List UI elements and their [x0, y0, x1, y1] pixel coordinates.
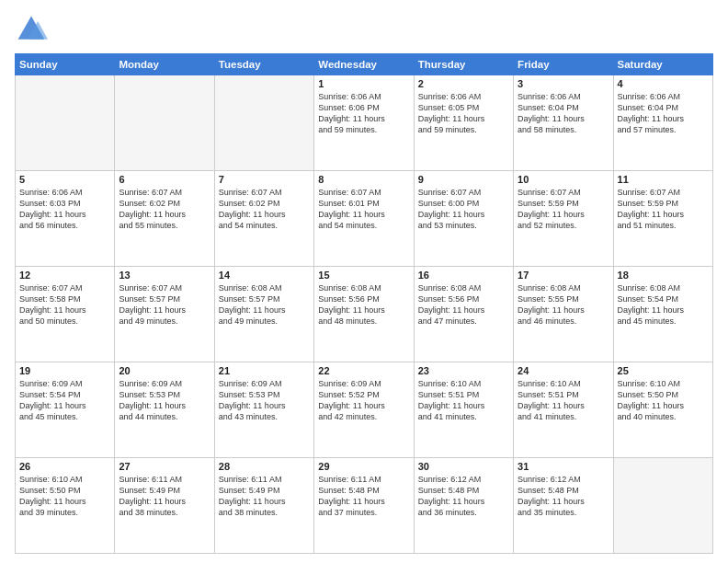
- cell-info: Sunrise: 6:10 AM Sunset: 5:50 PM Dayligh…: [19, 474, 110, 519]
- logo: [15, 13, 51, 46]
- calendar-cell: 9Sunrise: 6:07 AM Sunset: 6:00 PM Daylig…: [414, 171, 513, 267]
- calendar-cell: 4Sunrise: 6:06 AM Sunset: 6:04 PM Daylig…: [613, 75, 712, 171]
- day-number: 14: [219, 270, 310, 281]
- calendar-cell: 10Sunrise: 6:07 AM Sunset: 5:59 PM Dayli…: [514, 171, 613, 267]
- cell-info: Sunrise: 6:08 AM Sunset: 5:54 PM Dayligh…: [618, 282, 709, 327]
- cell-info: Sunrise: 6:07 AM Sunset: 6:01 PM Dayligh…: [318, 187, 409, 232]
- calendar-header-row: SundayMondayTuesdayWednesdayThursdayFrid…: [16, 54, 713, 75]
- cell-info: Sunrise: 6:10 AM Sunset: 5:50 PM Dayligh…: [618, 378, 709, 423]
- cell-info: Sunrise: 6:12 AM Sunset: 5:48 PM Dayligh…: [518, 474, 609, 519]
- weekday-header: Sunday: [16, 54, 115, 75]
- calendar-week-row: 19Sunrise: 6:09 AM Sunset: 5:54 PM Dayli…: [16, 362, 713, 458]
- calendar-week-row: 26Sunrise: 6:10 AM Sunset: 5:50 PM Dayli…: [16, 458, 713, 554]
- calendar-cell: 20Sunrise: 6:09 AM Sunset: 5:53 PM Dayli…: [115, 362, 214, 458]
- cell-info: Sunrise: 6:06 AM Sunset: 6:04 PM Dayligh…: [518, 91, 609, 136]
- day-number: 29: [318, 461, 409, 472]
- calendar-cell: 22Sunrise: 6:09 AM Sunset: 5:52 PM Dayli…: [314, 362, 414, 458]
- calendar-cell: 30Sunrise: 6:12 AM Sunset: 5:48 PM Dayli…: [414, 458, 513, 554]
- calendar-cell: 21Sunrise: 6:09 AM Sunset: 5:53 PM Dayli…: [214, 362, 313, 458]
- day-number: 24: [518, 365, 609, 376]
- calendar-cell: 13Sunrise: 6:07 AM Sunset: 5:57 PM Dayli…: [115, 267, 214, 362]
- day-number: 20: [119, 365, 210, 376]
- weekday-header: Wednesday: [314, 54, 414, 75]
- day-number: 30: [418, 461, 509, 472]
- calendar-week-row: 12Sunrise: 6:07 AM Sunset: 5:58 PM Dayli…: [16, 267, 713, 362]
- calendar-cell: 6Sunrise: 6:07 AM Sunset: 6:02 PM Daylig…: [115, 171, 214, 267]
- day-number: 10: [518, 174, 609, 185]
- day-number: 15: [318, 270, 409, 281]
- day-number: 22: [318, 365, 409, 376]
- weekday-header: Monday: [115, 54, 214, 75]
- day-number: 2: [418, 78, 509, 89]
- day-number: 13: [119, 270, 210, 281]
- day-number: 12: [19, 270, 110, 281]
- calendar-cell: 26Sunrise: 6:10 AM Sunset: 5:50 PM Dayli…: [16, 458, 115, 554]
- day-number: 28: [219, 461, 310, 472]
- cell-info: Sunrise: 6:07 AM Sunset: 5:58 PM Dayligh…: [19, 282, 110, 327]
- day-number: 7: [219, 174, 310, 185]
- calendar-cell: 31Sunrise: 6:12 AM Sunset: 5:48 PM Dayli…: [514, 458, 613, 554]
- day-number: 1: [318, 78, 409, 89]
- calendar-cell: [16, 75, 115, 171]
- cell-info: Sunrise: 6:07 AM Sunset: 5:57 PM Dayligh…: [119, 282, 210, 327]
- day-number: 26: [19, 461, 110, 472]
- calendar-cell: [214, 75, 313, 171]
- day-number: 23: [418, 365, 509, 376]
- weekday-header: Tuesday: [214, 54, 313, 75]
- day-number: 11: [618, 174, 709, 185]
- cell-info: Sunrise: 6:09 AM Sunset: 5:52 PM Dayligh…: [318, 378, 409, 423]
- cell-info: Sunrise: 6:10 AM Sunset: 5:51 PM Dayligh…: [418, 378, 509, 423]
- day-number: 3: [518, 78, 609, 89]
- cell-info: Sunrise: 6:08 AM Sunset: 5:56 PM Dayligh…: [418, 282, 509, 327]
- calendar-cell: 15Sunrise: 6:08 AM Sunset: 5:56 PM Dayli…: [314, 267, 414, 362]
- calendar-cell: 1Sunrise: 6:06 AM Sunset: 6:06 PM Daylig…: [314, 75, 414, 171]
- calendar-cell: 27Sunrise: 6:11 AM Sunset: 5:49 PM Dayli…: [115, 458, 214, 554]
- calendar-cell: 18Sunrise: 6:08 AM Sunset: 5:54 PM Dayli…: [613, 267, 712, 362]
- cell-info: Sunrise: 6:09 AM Sunset: 5:54 PM Dayligh…: [19, 378, 110, 423]
- day-number: 16: [418, 270, 509, 281]
- calendar-cell: 2Sunrise: 6:06 AM Sunset: 6:05 PM Daylig…: [414, 75, 513, 171]
- calendar-cell: 19Sunrise: 6:09 AM Sunset: 5:54 PM Dayli…: [16, 362, 115, 458]
- day-number: 19: [19, 365, 110, 376]
- page: SundayMondayTuesdayWednesdayThursdayFrid…: [0, 0, 728, 563]
- calendar-cell: 5Sunrise: 6:06 AM Sunset: 6:03 PM Daylig…: [16, 171, 115, 267]
- calendar-cell: 17Sunrise: 6:08 AM Sunset: 5:55 PM Dayli…: [514, 267, 613, 362]
- calendar-table: SundayMondayTuesdayWednesdayThursdayFrid…: [15, 53, 713, 554]
- calendar-cell: 28Sunrise: 6:11 AM Sunset: 5:49 PM Dayli…: [214, 458, 313, 554]
- calendar-cell: 7Sunrise: 6:07 AM Sunset: 6:02 PM Daylig…: [214, 171, 313, 267]
- calendar-week-row: 5Sunrise: 6:06 AM Sunset: 6:03 PM Daylig…: [16, 171, 713, 267]
- calendar-week-row: 1Sunrise: 6:06 AM Sunset: 6:06 PM Daylig…: [16, 75, 713, 171]
- cell-info: Sunrise: 6:06 AM Sunset: 6:04 PM Dayligh…: [618, 91, 709, 136]
- cell-info: Sunrise: 6:11 AM Sunset: 5:49 PM Dayligh…: [119, 474, 210, 519]
- calendar-cell: 16Sunrise: 6:08 AM Sunset: 5:56 PM Dayli…: [414, 267, 513, 362]
- calendar-cell: 8Sunrise: 6:07 AM Sunset: 6:01 PM Daylig…: [314, 171, 414, 267]
- cell-info: Sunrise: 6:07 AM Sunset: 5:59 PM Dayligh…: [618, 187, 709, 232]
- cell-info: Sunrise: 6:09 AM Sunset: 5:53 PM Dayligh…: [219, 378, 310, 423]
- cell-info: Sunrise: 6:08 AM Sunset: 5:56 PM Dayligh…: [318, 282, 409, 327]
- header: [15, 13, 713, 46]
- cell-info: Sunrise: 6:07 AM Sunset: 6:02 PM Dayligh…: [219, 187, 310, 232]
- calendar-cell: 23Sunrise: 6:10 AM Sunset: 5:51 PM Dayli…: [414, 362, 513, 458]
- cell-info: Sunrise: 6:07 AM Sunset: 5:59 PM Dayligh…: [518, 187, 609, 232]
- day-number: 5: [19, 174, 110, 185]
- cell-info: Sunrise: 6:06 AM Sunset: 6:03 PM Dayligh…: [19, 187, 110, 232]
- cell-info: Sunrise: 6:12 AM Sunset: 5:48 PM Dayligh…: [418, 474, 509, 519]
- cell-info: Sunrise: 6:11 AM Sunset: 5:48 PM Dayligh…: [318, 474, 409, 519]
- cell-info: Sunrise: 6:11 AM Sunset: 5:49 PM Dayligh…: [219, 474, 310, 519]
- weekday-header: Friday: [514, 54, 613, 75]
- cell-info: Sunrise: 6:06 AM Sunset: 6:05 PM Dayligh…: [418, 91, 509, 136]
- day-number: 18: [618, 270, 709, 281]
- cell-info: Sunrise: 6:08 AM Sunset: 5:57 PM Dayligh…: [219, 282, 310, 327]
- calendar-cell: 14Sunrise: 6:08 AM Sunset: 5:57 PM Dayli…: [214, 267, 313, 362]
- calendar-cell: [613, 458, 712, 554]
- calendar-cell: 24Sunrise: 6:10 AM Sunset: 5:51 PM Dayli…: [514, 362, 613, 458]
- cell-info: Sunrise: 6:06 AM Sunset: 6:06 PM Dayligh…: [318, 91, 409, 136]
- cell-info: Sunrise: 6:07 AM Sunset: 6:00 PM Dayligh…: [418, 187, 509, 232]
- day-number: 4: [618, 78, 709, 89]
- cell-info: Sunrise: 6:07 AM Sunset: 6:02 PM Dayligh…: [119, 187, 210, 232]
- day-number: 21: [219, 365, 310, 376]
- calendar-cell: 25Sunrise: 6:10 AM Sunset: 5:50 PM Dayli…: [613, 362, 712, 458]
- day-number: 8: [318, 174, 409, 185]
- day-number: 25: [618, 365, 709, 376]
- day-number: 27: [119, 461, 210, 472]
